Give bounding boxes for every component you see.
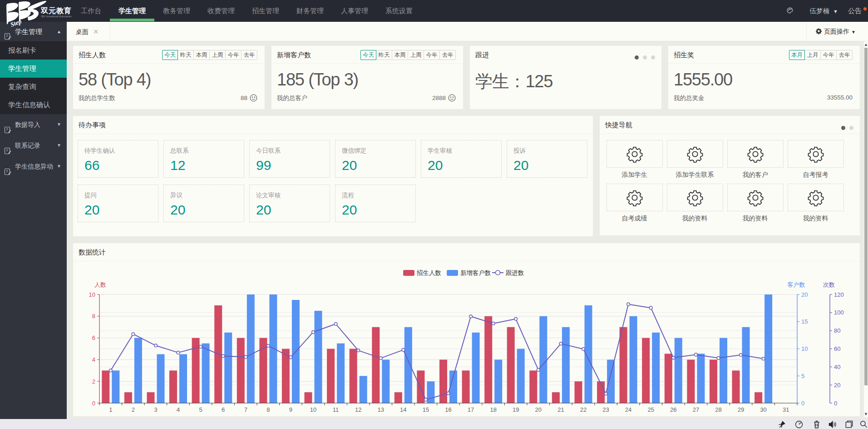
svg-text:11: 11 bbox=[333, 406, 339, 413]
svg-text:6: 6 bbox=[222, 406, 225, 413]
svg-text:13: 13 bbox=[378, 406, 384, 413]
svg-text:人数: 人数 bbox=[94, 281, 106, 288]
svg-text:20: 20 bbox=[801, 291, 808, 298]
svg-text:29: 29 bbox=[738, 406, 744, 413]
svg-text:40: 40 bbox=[834, 364, 840, 370]
svg-text:31: 31 bbox=[783, 406, 789, 413]
svg-text:27: 27 bbox=[693, 406, 699, 413]
svg-text:客户数: 客户数 bbox=[788, 281, 805, 288]
svg-text:26: 26 bbox=[670, 406, 676, 413]
svg-text:10: 10 bbox=[310, 406, 316, 413]
svg-text:80: 80 bbox=[834, 327, 840, 334]
svg-text:0: 0 bbox=[92, 400, 95, 407]
svg-text:10: 10 bbox=[801, 345, 808, 352]
svg-text:25: 25 bbox=[647, 406, 654, 413]
svg-text:14: 14 bbox=[400, 406, 406, 413]
svg-text:0: 0 bbox=[834, 400, 837, 407]
svg-text:24: 24 bbox=[625, 406, 631, 413]
svg-text:18: 18 bbox=[490, 406, 496, 413]
svg-text:次数: 次数 bbox=[823, 281, 835, 288]
svg-text:23: 23 bbox=[602, 406, 609, 413]
svg-text:10: 10 bbox=[89, 291, 95, 298]
svg-text:16: 16 bbox=[445, 406, 451, 413]
svg-text:3: 3 bbox=[154, 406, 157, 413]
svg-text:30: 30 bbox=[760, 406, 766, 413]
svg-text:22: 22 bbox=[580, 406, 587, 413]
svg-text:20: 20 bbox=[535, 406, 542, 413]
svg-text:4: 4 bbox=[177, 406, 180, 413]
svg-text:0: 0 bbox=[801, 400, 804, 407]
svg-text:60: 60 bbox=[834, 345, 840, 352]
svg-text:8: 8 bbox=[266, 406, 270, 413]
svg-text:6: 6 bbox=[92, 334, 95, 341]
svg-text:4: 4 bbox=[92, 356, 95, 363]
svg-text:跟进数: 跟进数 bbox=[506, 269, 524, 276]
svg-text:2: 2 bbox=[132, 406, 135, 413]
svg-text:28: 28 bbox=[715, 406, 721, 413]
svg-text:15: 15 bbox=[801, 318, 808, 325]
svg-text:8: 8 bbox=[92, 313, 95, 319]
svg-text:17: 17 bbox=[468, 406, 474, 413]
svg-text:1: 1 bbox=[109, 406, 112, 413]
svg-text:2: 2 bbox=[92, 378, 95, 385]
svg-text:新增客户数: 新增客户数 bbox=[460, 269, 491, 276]
svg-text:20: 20 bbox=[834, 382, 840, 389]
svg-text:21: 21 bbox=[557, 406, 564, 413]
svg-text:120: 120 bbox=[834, 291, 844, 298]
svg-text:7: 7 bbox=[244, 406, 247, 413]
svg-text:15: 15 bbox=[423, 406, 429, 413]
svg-text:12: 12 bbox=[355, 406, 361, 413]
svg-text:19: 19 bbox=[513, 406, 519, 413]
svg-text:5: 5 bbox=[801, 373, 804, 379]
svg-text:100: 100 bbox=[834, 309, 844, 316]
svg-text:招生人数: 招生人数 bbox=[416, 269, 441, 276]
svg-text:5: 5 bbox=[199, 406, 202, 413]
svg-text:9: 9 bbox=[289, 406, 292, 413]
